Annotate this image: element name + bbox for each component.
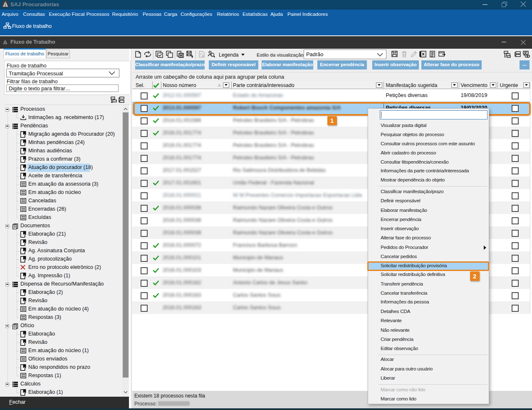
svg-text:P: P xyxy=(200,52,202,56)
